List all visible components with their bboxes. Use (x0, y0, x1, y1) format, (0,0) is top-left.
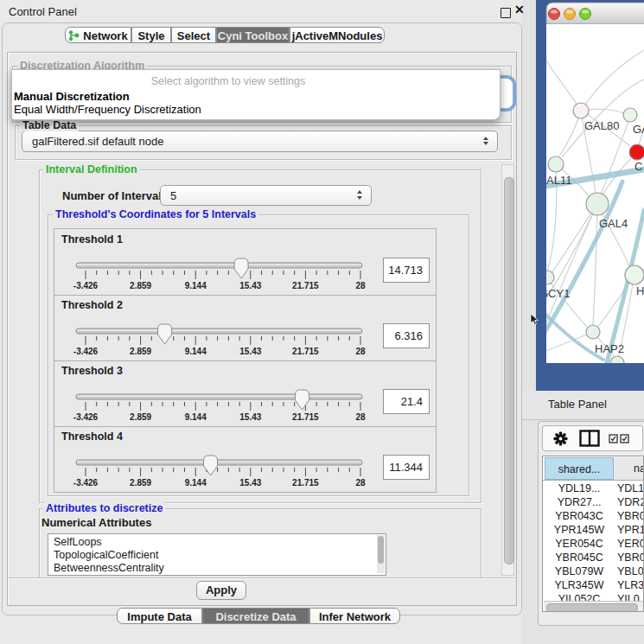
node-label: GA (633, 123, 644, 136)
table-row[interactable]: YBR043CYBR0 (543, 509, 644, 523)
split-view-icon[interactable] (579, 430, 600, 448)
node-label: HAP2 (595, 342, 624, 355)
slider-thumb[interactable] (295, 390, 309, 410)
threshold-4-row: Threshold 4-3.4262.8599.14415.4321.71528… (54, 426, 436, 492)
network-node-c[interactable] (629, 144, 644, 160)
cell-name[interactable]: YDL1 (617, 481, 644, 495)
network-node-gal80[interactable] (573, 103, 589, 118)
cell-shared-name[interactable]: YER054C (545, 537, 614, 551)
threshold-1-value-field[interactable]: 14.713 (383, 258, 430, 283)
cell-shared-name[interactable]: YBR043C (545, 509, 614, 523)
table-row[interactable]: YBL079WYBL0 (543, 564, 644, 578)
table-horizontal-scrollbar[interactable] (544, 601, 643, 612)
cell-name[interactable]: YPR1 (617, 523, 644, 537)
cell-shared-name[interactable]: YBL079W (545, 564, 614, 578)
threshold-slider[interactable]: -3.4262.8599.14415.4321.71528 (54, 295, 376, 360)
node-attribute-table[interactable]: shared... na YDL19...YDL1YDR27...YDR2YBR… (542, 456, 644, 612)
control-panel-titlebar: Control Panel ✕ (0, 0, 522, 22)
cell-name[interactable]: YLR3 (617, 578, 644, 592)
tick-label: 9.144 (185, 478, 207, 488)
slider-thumb[interactable] (204, 456, 218, 475)
checkbox-icon[interactable] (620, 434, 629, 443)
cell-name[interactable]: YBL0 (617, 564, 644, 578)
list-item[interactable]: BetweennessCentrality (54, 562, 164, 574)
network-node-gal11[interactable] (548, 156, 564, 172)
node-label: GAL4 (599, 217, 628, 230)
list-item[interactable]: SelfLoops (54, 536, 102, 548)
tick-label: 2.859 (130, 281, 151, 290)
dropdown-item-equal-width-frequency[interactable]: Equal Width/Frequency Discretization (14, 103, 201, 116)
apply-button[interactable]: Apply (196, 581, 246, 600)
column-header-name[interactable]: na (614, 457, 644, 480)
cell-name[interactable]: YBR0 (617, 551, 644, 564)
cell-name[interactable]: YDR2 (617, 495, 644, 509)
table-row[interactable]: YLR345WYLR3 (543, 578, 644, 592)
scrollbar-thumb[interactable] (504, 177, 514, 564)
panel-title: Control Panel (9, 5, 77, 18)
close-icon[interactable]: ✕ (514, 3, 525, 16)
float-window-icon[interactable] (501, 8, 511, 18)
threshold-4-value-field[interactable]: 11.344 (383, 455, 430, 480)
network-view-window[interactable]: GAL80GACGAL11GAL4GCY1HHAP2 (536, 0, 644, 391)
scrollbar-thumb[interactable] (546, 603, 638, 612)
number-of-intervals-select[interactable]: 5 (160, 185, 372, 206)
threshold-slider[interactable]: -3.4262.8599.14415.4321.71528 (54, 360, 376, 426)
table-row[interactable]: YER054CYER0 (543, 537, 644, 551)
cell-shared-name[interactable]: YDR27... (545, 495, 614, 509)
tab-discretize-data[interactable]: Discretize Data (202, 608, 309, 624)
tab-select[interactable]: Select (171, 27, 216, 43)
threshold-slider[interactable]: -3.4262.8599.14415.4321.71528 (54, 426, 376, 492)
cell-shared-name[interactable]: YPR145W (545, 523, 614, 537)
node-label: GAL80 (584, 119, 619, 132)
list-item[interactable]: TopologicalCoefficient (54, 549, 158, 561)
network-node-hap2[interactable] (586, 325, 600, 339)
threshold-3-value-field[interactable]: 21.4 (383, 389, 430, 414)
table-row[interactable]: YPR145WYPR1 (543, 523, 644, 537)
numerical-attributes-list[interactable]: SelfLoops TopologicalCoefficient Between… (48, 533, 386, 576)
tab-style[interactable]: Style (131, 27, 171, 43)
tab-network[interactable]: Network (65, 27, 131, 43)
table-data-value: galFiltered.sif default node (32, 131, 163, 151)
column-header-shared-name[interactable]: shared... (545, 457, 614, 480)
table-row[interactable]: YDR27...YDR2 (543, 495, 644, 509)
tick-label: -3.426 (73, 281, 99, 290)
cell-name[interactable]: YBR0 (617, 509, 644, 523)
tick-label: 21.715 (292, 412, 319, 422)
panel-scrollbar[interactable] (501, 164, 514, 576)
tab-infer-network[interactable]: Infer Network (309, 608, 400, 624)
threshold-slider[interactable]: -3.4262.8599.14415.4321.71528 (54, 229, 376, 295)
dropdown-item-manual-discretization[interactable]: Manual Discretization (14, 90, 130, 103)
slider-thumb[interactable] (158, 324, 172, 344)
table-row[interactable]: YBR045CYBR0 (543, 551, 644, 564)
network-node-h[interactable] (625, 265, 644, 284)
attributes-to-discretize-label: Attributes to discretize (43, 502, 165, 514)
threshold-3-row: Threshold 3-3.4262.8599.14415.4321.71528… (54, 360, 436, 427)
cell-shared-name[interactable]: YDL19... (545, 481, 614, 495)
table-data-select[interactable]: galFiltered.sif default node (22, 131, 498, 152)
network-window-titlebar[interactable] (546, 3, 644, 24)
tick-label: 15.43 (239, 347, 261, 356)
gear-icon[interactable] (553, 431, 568, 446)
tick-label: 21.715 (292, 347, 319, 356)
threshold-2-value-field[interactable]: 6.316 (383, 323, 430, 348)
table-row[interactable]: YDL19...YDL1 (543, 481, 644, 495)
tick-label: -3.426 (73, 478, 99, 488)
tick-label: 2.859 (130, 478, 151, 488)
list-scrollbar[interactable] (377, 535, 385, 573)
cell-shared-name[interactable]: YLR345W (545, 578, 614, 592)
cell-name[interactable]: YER0 (617, 537, 644, 551)
checkbox-icon[interactable] (609, 434, 618, 443)
application-window: Control Panel ✕ NetworkStyleSelectCyni T… (0, 0, 644, 644)
tab-jactivemnodules[interactable]: jActiveMNodules (290, 27, 385, 43)
cell-shared-name[interactable]: YBR045C (545, 551, 614, 564)
tab-cyni-toolbox[interactable]: Cyni Toolbox (216, 27, 290, 43)
tick-label: 15.43 (239, 281, 261, 290)
tick-label: 15.43 (239, 412, 261, 422)
tab-impute-data[interactable]: Impute Data (117, 608, 202, 624)
divider (8, 577, 514, 578)
network-node-gal4[interactable] (586, 193, 609, 215)
tick-label: 28 (355, 281, 366, 290)
network-node-ga[interactable] (623, 108, 637, 122)
interval-definition-label: Interval Definition (43, 163, 140, 175)
slider-thumb[interactable] (234, 258, 248, 278)
